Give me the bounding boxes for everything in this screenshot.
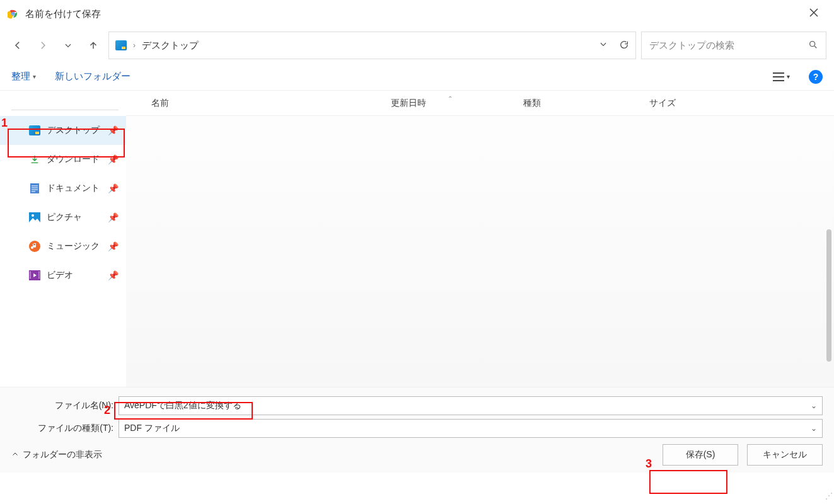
footer: フォルダーの非表示 保存(S) キャンセル — [0, 437, 834, 472]
filename-dropdown-icon[interactable]: ⌄ — [811, 401, 817, 410]
pin-icon[interactable]: 📌 — [108, 183, 119, 193]
back-button[interactable] — [8, 35, 28, 55]
sidebar-item-desktop[interactable]: デスクトップ 📌 — [0, 116, 126, 145]
filetype-value: PDF ファイル — [124, 423, 180, 434]
breadcrumb-sep: › — [133, 41, 136, 50]
breadcrumb-current[interactable]: デスクトップ — [142, 40, 199, 52]
pin-icon[interactable]: 📌 — [108, 241, 119, 251]
forward-button[interactable] — [33, 35, 53, 55]
search-icon — [808, 40, 818, 52]
download-icon — [29, 154, 40, 165]
help-button[interactable]: ? — [809, 70, 823, 84]
up-button[interactable] — [83, 35, 103, 55]
close-button[interactable] — [801, 8, 826, 20]
column-headers: 名前 ⌃ 更新日時 種類 サイズ — [126, 91, 834, 116]
chevron-up-icon — [11, 450, 19, 460]
window-title: 名前を付けて保存 — [25, 8, 801, 20]
dropdown-caret-icon: ▾ — [33, 73, 36, 80]
filetype-select[interactable]: PDF ファイル ⌄ — [119, 419, 823, 438]
file-list-empty — [126, 116, 834, 387]
refresh-button[interactable] — [619, 40, 629, 52]
filetype-label: ファイルの種類(T): — [11, 423, 119, 434]
address-dropdown[interactable] — [599, 40, 608, 52]
sidebar-item-pictures[interactable]: ピクチャ 📌 — [0, 203, 126, 232]
desktop-icon — [115, 40, 127, 51]
svg-point-4 — [810, 41, 815, 46]
sidebar-item-music[interactable]: ミュージック 📌 — [0, 232, 126, 261]
filename-input[interactable]: AvePDFで白黒2値に変換する ⌄ — [119, 396, 823, 415]
sidebar-item-label: ピクチャ — [47, 212, 82, 223]
resize-grip[interactable]: ⋰ — [824, 494, 833, 503]
svg-point-7 — [32, 214, 34, 217]
filename-label: ファイル名(N): — [11, 400, 119, 411]
file-pane: 名前 ⌃ 更新日時 種類 サイズ — [126, 91, 834, 387]
svg-point-3 — [13, 13, 14, 15]
save-fields: ファイル名(N): AvePDFで白黒2値に変換する ⌄ ファイルの種類(T):… — [0, 387, 834, 437]
music-icon — [29, 241, 40, 252]
column-size[interactable]: サイズ — [649, 98, 834, 109]
column-type[interactable]: 種類 — [523, 98, 649, 109]
filename-value: AvePDFで白黒2値に変換する — [124, 400, 241, 411]
save-button[interactable]: 保存(S) — [663, 444, 738, 466]
sidebar-item-label: ダウンロード — [47, 154, 100, 165]
organize-button[interactable]: 整理 ▾ — [11, 71, 36, 83]
nav-row: › デスクトップ デスクトップの検索 — [0, 28, 834, 63]
recent-dropdown[interactable] — [58, 35, 78, 55]
sidebar-item-downloads[interactable]: ダウンロード 📌 — [0, 145, 126, 174]
sidebar-item-label: デスクトップ — [47, 125, 100, 136]
video-icon — [29, 270, 40, 281]
pin-icon[interactable]: 📌 — [108, 270, 119, 280]
sidebar-item-label: ビデオ — [47, 270, 73, 281]
sidebar-separator — [11, 110, 119, 110]
cancel-button[interactable]: キャンセル — [747, 444, 823, 466]
column-name[interactable]: 名前 — [126, 98, 391, 109]
column-date[interactable]: ⌃ 更新日時 — [391, 98, 523, 109]
chrome-icon — [8, 8, 19, 20]
sort-indicator-icon: ⌃ — [448, 95, 453, 102]
titlebar: 名前を付けて保存 — [0, 0, 834, 28]
sidebar: デスクトップ 📌 ダウンロード 📌 ドキュメント 📌 ピクチャ 📌 ミュージック… — [0, 91, 126, 387]
sidebar-item-label: ドキュメント — [47, 183, 100, 194]
pin-icon[interactable]: 📌 — [108, 125, 119, 135]
pin-icon[interactable]: 📌 — [108, 154, 119, 164]
svg-rect-5 — [30, 183, 39, 193]
sidebar-item-videos[interactable]: ビデオ 📌 — [0, 261, 126, 290]
desktop-icon — [29, 125, 40, 136]
search-placeholder: デスクトップの検索 — [649, 40, 808, 52]
main-area: デスクトップ 📌 ダウンロード 📌 ドキュメント 📌 ピクチャ 📌 ミュージック… — [0, 91, 834, 387]
toolbar: 整理 ▾ 新しいフォルダー ▾ ? — [0, 63, 834, 91]
pin-icon[interactable]: 📌 — [108, 212, 119, 222]
annotation-box-3 — [649, 470, 727, 494]
hide-folders-toggle[interactable]: フォルダーの非表示 — [11, 449, 102, 461]
document-icon — [29, 183, 40, 194]
sidebar-item-label: ミュージック — [47, 241, 100, 252]
view-options-button[interactable]: ▾ — [773, 72, 790, 81]
filetype-dropdown-icon[interactable]: ⌄ — [811, 424, 817, 433]
address-bar[interactable]: › デスクトップ — [108, 32, 636, 59]
filepane-scrollbar[interactable] — [826, 229, 831, 362]
picture-icon — [29, 212, 40, 223]
search-input[interactable]: デスクトップの検索 — [641, 32, 826, 59]
sidebar-item-documents[interactable]: ドキュメント 📌 — [0, 174, 126, 203]
new-folder-button[interactable]: 新しいフォルダー — [55, 71, 130, 83]
